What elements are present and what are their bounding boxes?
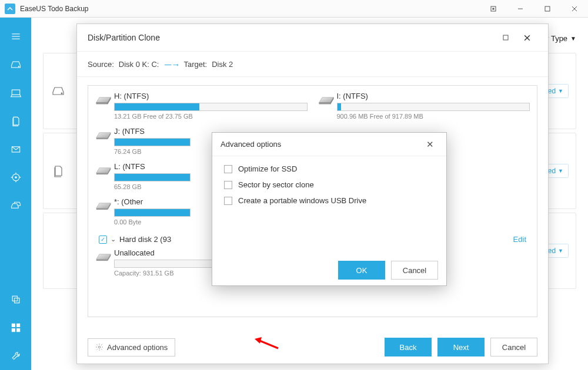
usage-bar xyxy=(114,103,308,111)
next-button[interactable]: Next xyxy=(437,338,485,356)
svg-rect-19 xyxy=(14,298,19,303)
checkbox[interactable] xyxy=(224,181,232,189)
partition-h[interactable]: H: (NTFS) 13.21 GB Free of 23.75 GB xyxy=(95,92,308,127)
sidebar-menu-icon[interactable] xyxy=(0,22,31,51)
option-optimize-ssd[interactable]: Optimize for SSD xyxy=(224,164,435,173)
partition-label: L: (NTFS xyxy=(114,162,145,171)
partition-label: H: (NTFS) xyxy=(114,92,149,100)
partition-label: I: (NTFS) xyxy=(337,92,368,100)
partition-label: Unallocated xyxy=(114,248,155,257)
clone-footer: Advanced options Back Next Cancel xyxy=(77,331,548,364)
back-button[interactable]: Back xyxy=(385,338,432,356)
advanced-options-button[interactable]: Advanced options xyxy=(88,338,175,356)
usage-bar xyxy=(337,103,530,111)
sidebar-clone-icon[interactable] xyxy=(0,191,31,220)
chevron-down-icon: ⌄ xyxy=(111,236,116,243)
cancel-button[interactable]: Cancel xyxy=(490,338,537,356)
popup-ok-button[interactable]: OK xyxy=(338,261,385,280)
sidebar-apps-icon[interactable] xyxy=(0,314,31,342)
target-label: Target: xyxy=(183,60,207,69)
disk-backup-icon xyxy=(44,84,73,98)
advanced-options-label: Advanced options xyxy=(107,343,168,352)
usage-bar xyxy=(114,138,191,146)
partition-label: *: (Other xyxy=(114,197,143,206)
checkbox[interactable] xyxy=(224,165,232,173)
arrow-right-icon: ⸺→ xyxy=(163,59,179,69)
minimize-button[interactable] xyxy=(507,0,534,18)
svg-rect-3 xyxy=(545,6,550,11)
dialog-maximize-button[interactable] xyxy=(495,34,516,41)
svg-point-9 xyxy=(18,66,19,67)
svg-point-24 xyxy=(61,93,62,94)
popup-header: Advanced options ✕ xyxy=(212,133,446,156)
caret-down-icon: ▼ xyxy=(558,248,563,254)
usage-bar xyxy=(114,208,191,217)
svg-rect-25 xyxy=(503,35,508,40)
source-value: Disk 0 K: C: xyxy=(119,60,159,69)
checkbox[interactable] xyxy=(224,197,232,205)
advanced-options-popup: Advanced options ✕ Optimize for SSD Sect… xyxy=(212,132,447,286)
sidebar-disk-icon[interactable] xyxy=(0,51,31,79)
option-sector-by-sector[interactable]: Sector by sector clone xyxy=(224,180,435,189)
sidebar-copy-icon[interactable] xyxy=(0,285,31,314)
partition-i[interactable]: I: (NTFS) 900.96 MB Free of 917.89 MB xyxy=(318,92,530,127)
clone-source-target-bar: Source: Disk 0 K: C: ⸺→ Target: Disk 2 xyxy=(77,51,548,77)
close-button[interactable] xyxy=(561,0,588,18)
svg-point-13 xyxy=(15,177,16,179)
gear-icon xyxy=(95,343,103,351)
app-titlebar: EaseUS Todo Backup xyxy=(0,0,588,18)
caret-down-icon: ▼ xyxy=(570,35,576,42)
app-logo-icon xyxy=(5,4,15,14)
edit-link[interactable]: Edit xyxy=(513,235,530,244)
win-sub-button[interactable] xyxy=(480,0,507,18)
svg-rect-20 xyxy=(12,324,15,327)
maximize-button[interactable] xyxy=(534,0,561,18)
clone-dialog-header: Disk/Partition Clone xyxy=(77,24,548,51)
sidebar-tools-icon[interactable] xyxy=(0,342,31,370)
svg-rect-1 xyxy=(493,8,495,9)
svg-rect-10 xyxy=(12,90,19,95)
disk2-checkbox[interactable]: ✓ xyxy=(99,236,107,244)
file-backup-icon xyxy=(44,164,73,178)
partition-label: J: (NTFS xyxy=(114,127,145,136)
target-value: Disk 2 xyxy=(212,60,233,69)
svg-rect-18 xyxy=(12,296,17,301)
content-area: ↑ Sort by Type ▼ Advanced▼ Advanced▼ Adv… xyxy=(31,18,588,370)
dialog-close-button[interactable] xyxy=(516,34,537,42)
sidebar-mail-icon[interactable] xyxy=(0,135,31,163)
popup-cancel-button[interactable]: Cancel xyxy=(391,261,438,280)
sidebar xyxy=(0,18,31,370)
popup-close-button[interactable]: ✕ xyxy=(422,139,438,150)
partition-sub: 13.21 GB Free of 23.75 GB xyxy=(114,113,308,120)
caret-down-icon: ▼ xyxy=(558,88,563,94)
sidebar-file-icon[interactable] xyxy=(0,107,31,135)
source-label: Source: xyxy=(88,60,114,69)
popup-title: Advanced options xyxy=(220,140,281,149)
app-title: EaseUS Todo Backup xyxy=(20,5,89,13)
svg-rect-22 xyxy=(12,329,15,332)
sidebar-target-icon[interactable] xyxy=(0,163,31,191)
svg-point-28 xyxy=(98,346,101,348)
clone-dialog-title: Disk/Partition Clone xyxy=(88,33,160,42)
caret-down-icon: ▼ xyxy=(558,168,563,174)
partition-sub: 900.96 MB Free of 917.89 MB xyxy=(337,113,530,120)
sidebar-system-icon[interactable] xyxy=(0,79,31,107)
usage-bar xyxy=(114,173,191,181)
svg-rect-23 xyxy=(16,329,19,332)
svg-rect-21 xyxy=(16,324,19,327)
option-portable-usb[interactable]: Create a portable windows USB Drive xyxy=(224,196,435,205)
disk2-label: Hard disk 2 (93 xyxy=(119,235,171,244)
